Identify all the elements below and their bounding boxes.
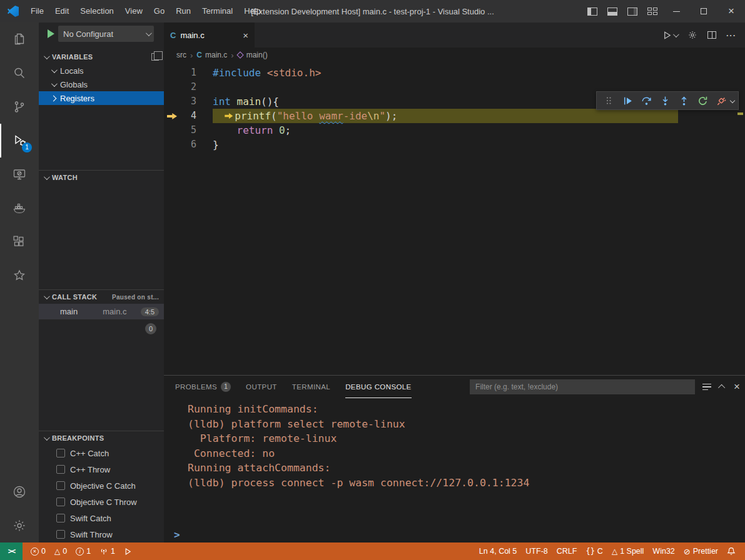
step-over-button[interactable] — [638, 92, 654, 109]
menu-view[interactable]: View — [119, 0, 148, 22]
status-item-1[interactable]: i1 — [71, 542, 95, 560]
breadcrumb-src[interactable]: src — [176, 51, 186, 59]
checkbox[interactable] — [56, 530, 65, 539]
breakpoints-section: BREAKPOINTS C++ CatchC++ ThrowObjective … — [39, 431, 164, 542]
activity-source-control-icon[interactable] — [0, 90, 39, 124]
copy-value-icon[interactable] — [151, 53, 159, 61]
toggle-sidebar-icon[interactable] — [587, 8, 597, 16]
activity-search-icon[interactable] — [0, 56, 39, 90]
glyph-margin[interactable] — [164, 66, 178, 80]
status-item-1[interactable]: 1 — [95, 542, 119, 560]
panel-tab-output[interactable]: OUTPUT — [246, 376, 277, 398]
activity-settings-icon[interactable] — [0, 509, 39, 542]
variables-item-locals[interactable]: Locals — [39, 64, 164, 78]
breadcrumb-main-c[interactable]: Cmain.c — [196, 51, 227, 59]
start-debugging-icon[interactable] — [48, 29, 54, 38]
breakpoint-objective-c-catch[interactable]: Objective C Catch — [39, 478, 164, 494]
disconnect-button[interactable] — [713, 92, 729, 109]
status-item-1-spell[interactable]: △1 Spell — [607, 542, 648, 560]
glyph-margin[interactable] — [164, 123, 178, 138]
watch-header[interactable]: WATCH — [39, 171, 164, 184]
checkbox[interactable] — [56, 449, 65, 458]
breakpoint-c-throw[interactable]: C++ Throw — [39, 461, 164, 478]
more-actions-icon[interactable]: ··· — [726, 31, 736, 40]
close-tab-icon[interactable]: × — [243, 30, 248, 41]
checkbox[interactable] — [56, 498, 65, 506]
status-item-win32[interactable]: Win32 — [648, 542, 679, 560]
activity-extensions-icon[interactable] — [0, 225, 39, 259]
code-line[interactable]: 5 return 0; — [164, 123, 745, 138]
activity-docker-icon[interactable] — [0, 191, 39, 225]
stack-frame-row[interactable]: main main.c 4:5 — [39, 304, 164, 319]
breakpoints-header[interactable]: BREAKPOINTS — [39, 431, 164, 445]
glyph-margin[interactable] — [164, 138, 178, 152]
step-out-button[interactable] — [676, 92, 692, 109]
panel-tab-debug-console[interactable]: DEBUG CONSOLE — [345, 376, 412, 398]
filter-lines-icon[interactable] — [702, 384, 711, 391]
step-into-button[interactable] — [657, 92, 673, 109]
maximize-panel-icon[interactable] — [718, 384, 725, 391]
code-line[interactable]: 1#include <stdio.h> — [164, 66, 745, 80]
code-line[interactable]: 6} — [164, 138, 745, 152]
status-item-crlf[interactable]: CRLF — [552, 542, 582, 560]
debug-config-dropdown[interactable]: No Configurat — [58, 26, 154, 42]
maximize-button[interactable] — [690, 0, 717, 22]
status-item-prettier[interactable]: ⊘Prettier — [679, 542, 722, 560]
glyph-margin[interactable] — [164, 80, 178, 94]
status-item-0[interactable]: ×0 — [26, 542, 50, 560]
call-stack-header[interactable]: CALL STACK Paused on st... — [39, 290, 164, 304]
toggle-panel-icon[interactable] — [607, 8, 617, 16]
console-filter-input[interactable] — [470, 379, 695, 394]
menu-file[interactable]: File — [25, 0, 49, 22]
checkbox[interactable] — [56, 465, 65, 474]
activity-wamr-ide-icon[interactable] — [0, 259, 39, 292]
menu-terminal[interactable]: Terminal — [196, 0, 238, 22]
activity-run-and-debug-icon[interactable]: 1 — [0, 124, 39, 158]
breadcrumb-main[interactable]: main() — [238, 51, 268, 59]
glyph-margin[interactable] — [164, 109, 178, 123]
debug-console-input[interactable]: > — [164, 526, 745, 542]
activity-explorer-icon[interactable] — [0, 22, 39, 56]
code-editor[interactable]: 1#include <stdio.h>23int main(){4 printf… — [164, 62, 745, 375]
activity-remote-explorer-icon[interactable] — [0, 158, 39, 191]
activity-account-icon[interactable] — [0, 475, 39, 509]
continue-button[interactable] — [619, 92, 636, 109]
status-item-bell-icon[interactable] — [722, 542, 740, 560]
close-panel-icon[interactable]: × — [734, 381, 740, 393]
breakpoint-c-catch[interactable]: C++ Catch — [39, 445, 164, 461]
menu-selection[interactable]: Selection — [74, 0, 119, 22]
status-item-c[interactable]: {}C — [581, 542, 607, 560]
panel-tab-terminal[interactable]: TERMINAL — [292, 376, 330, 398]
variables-item-globals[interactable]: Globals — [39, 78, 164, 91]
editor-settings-icon[interactable] — [687, 30, 697, 40]
close-button[interactable]: × — [717, 0, 745, 22]
status-item-debug-status-icon[interactable] — [119, 542, 136, 560]
panel-tab-problems[interactable]: PROBLEMS1 — [175, 376, 231, 398]
minimize-button[interactable] — [662, 0, 690, 22]
code-line[interactable]: 4 printf("hello wamr-ide\n"); — [164, 109, 745, 123]
status-item-0[interactable]: △0 — [50, 542, 71, 560]
checkbox[interactable] — [56, 481, 65, 490]
variables-header[interactable]: VARIABLES — [39, 50, 164, 64]
menu-go[interactable]: Go — [148, 0, 170, 22]
breakpoint-swift-catch[interactable]: Swift Catch — [39, 510, 164, 526]
chevron-down-icon[interactable] — [730, 98, 735, 103]
toggle-secondary-sidebar-icon[interactable] — [627, 8, 637, 16]
toolbar-grip-icon[interactable] — [601, 92, 617, 109]
status-item-utf-8[interactable]: UTF-8 — [521, 542, 552, 560]
status-item-ln-4-col-5[interactable]: Ln 4, Col 5 — [475, 542, 521, 560]
menu-run[interactable]: Run — [170, 0, 196, 22]
split-editor-icon[interactable] — [707, 31, 716, 39]
restart-button[interactable] — [694, 92, 711, 109]
breakpoint-objective-c-throw[interactable]: Objective C Throw — [39, 494, 164, 510]
menu-edit[interactable]: Edit — [49, 0, 74, 22]
glyph-margin[interactable] — [164, 94, 178, 109]
checkbox[interactable] — [56, 514, 65, 522]
breakpoint-swift-throw[interactable]: Swift Throw — [39, 526, 164, 542]
customize-layout-icon[interactable] — [647, 8, 657, 16]
variables-item-registers[interactable]: Registers — [39, 91, 164, 105]
tab-main-c[interactable]: C main.c × — [164, 22, 255, 48]
run-or-debug-button[interactable] — [662, 31, 677, 40]
remote-indicator[interactable]: >< — [0, 542, 23, 560]
panel-tabs: PROBLEMS1OUTPUTTERMINALDEBUG CONSOLE — [175, 376, 427, 398]
